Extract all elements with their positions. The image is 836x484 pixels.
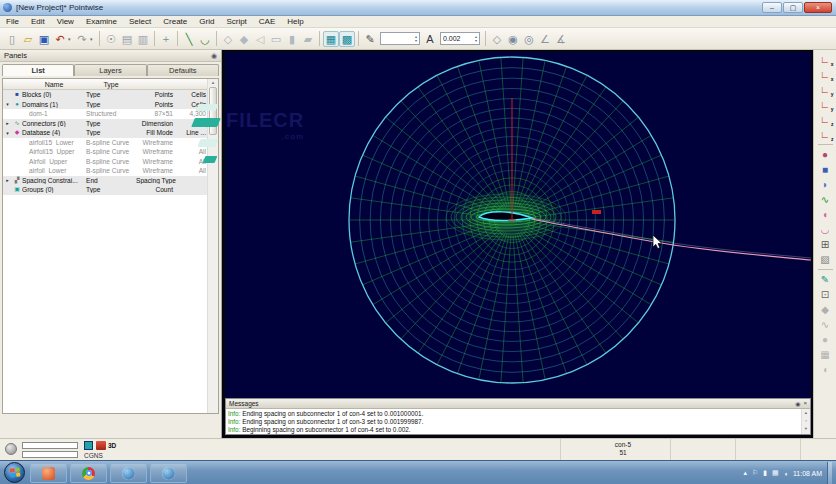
open-folder-icon[interactable]: ▱ — [20, 31, 36, 47]
rotate-diamond-solid-icon[interactable]: ◆ — [236, 31, 252, 47]
diamond-tool-icon[interactable]: ◇ — [489, 31, 505, 47]
tray-expand-icon[interactable]: ▴ — [743, 469, 747, 477]
solver-attributes-icon[interactable]: ● — [817, 147, 834, 162]
messages-pin-icon[interactable]: ◉ — [795, 400, 800, 407]
selection-mask-icon[interactable]: ▧ — [817, 252, 834, 267]
show-blocks-icon[interactable]: ■ — [817, 162, 834, 177]
close-button[interactable]: × — [804, 2, 832, 13]
blob-disabled-icon[interactable]: ● — [817, 332, 834, 347]
grid-disabled-icon[interactable]: ▦ — [817, 347, 834, 362]
menu-help[interactable]: Help — [281, 17, 309, 26]
menu-cae[interactable]: CAE — [253, 17, 281, 26]
menu-create[interactable]: Create — [157, 17, 193, 26]
create-curve-icon[interactable]: ◡ — [197, 31, 213, 47]
tab-defaults[interactable]: Defaults — [147, 64, 219, 76]
menu-select[interactable]: Select — [123, 17, 157, 26]
menu-edit[interactable]: Edit — [25, 17, 51, 26]
redo-icon-dropdown[interactable]: ▾ — [90, 36, 96, 42]
expand-toggle-icon[interactable]: ▸ — [3, 120, 12, 126]
show-domains-icon[interactable]: ◗ — [817, 177, 834, 192]
angle-measure-icon[interactable]: ∠ — [537, 31, 553, 47]
cone-icon[interactable]: ◁ — [252, 31, 268, 47]
cylinder-icon[interactable]: ▮ — [284, 31, 300, 47]
display-viewport[interactable]: FILECR .com — [225, 52, 811, 398]
orbit-center-icon[interactable]: ◉ — [505, 31, 521, 47]
messages-scrollbar[interactable]: ▴▫▾ — [801, 409, 810, 434]
expand-toggle-icon[interactable]: ▾ — [3, 101, 12, 107]
tree-row-airfoil-lower[interactable]: airfoil_LowerB-spline CurveWireframeAll — [3, 166, 218, 176]
taskbar-app-1[interactable] — [30, 463, 67, 483]
volume-icon[interactable]: ◖ — [784, 470, 788, 477]
view-plus-x-icon[interactable]: ∟x — [817, 52, 834, 67]
create-line-icon[interactable]: ╲ — [181, 31, 197, 47]
maximize-button[interactable]: ▢ — [783, 2, 803, 13]
prism-icon[interactable]: ▰ — [300, 31, 316, 47]
view-minus-x-icon[interactable]: ∟x — [817, 67, 834, 82]
connector-disabled-icon[interactable]: ∿ — [817, 317, 834, 332]
column-type[interactable]: Type — [86, 81, 136, 88]
tree-row-blocks-0-[interactable]: ■Blocks (0)TypePointsCells — [3, 90, 218, 100]
brush-icon[interactable]: ✎ — [362, 31, 378, 47]
rotate-diamond-icon[interactable]: ◇ — [220, 31, 236, 47]
panel-view-icon[interactable]: ▤ — [119, 31, 135, 47]
angle-measure2-icon[interactable]: ∡ — [553, 31, 569, 47]
move-tool-icon[interactable]: + — [158, 31, 174, 47]
paint-style-icon[interactable]: ✎ — [817, 272, 834, 287]
light-bulb-icon[interactable]: ☉ — [103, 31, 119, 47]
expand-toggle-icon[interactable]: ▾ — [3, 130, 12, 136]
taskbar-app-3[interactable] — [110, 463, 147, 483]
battery-icon[interactable]: ▮ — [763, 469, 767, 477]
undo-icon[interactable]: ↶ — [52, 31, 68, 47]
show-connectors-icon[interactable]: ∿ — [817, 192, 834, 207]
panel-view2-icon[interactable]: ▥ — [135, 31, 151, 47]
expand-toggle-icon[interactable]: ▸ — [3, 177, 12, 183]
box-icon[interactable]: ▭ — [268, 31, 284, 47]
tolerance-icon[interactable]: A — [422, 31, 438, 47]
orbit-axis-icon[interactable]: ◎ — [521, 31, 537, 47]
zoom-box-icon[interactable]: ⊡ — [817, 287, 834, 302]
tree-row-database-4-[interactable]: ▾◆Database (4)TypeFill ModeLine ... — [3, 128, 218, 138]
tree-row-connectors-6-[interactable]: ▸∿Connectors (6)TypeDimension — [3, 119, 218, 129]
view-minus-y-icon[interactable]: ∟y — [817, 97, 834, 112]
show-spacing-icon[interactable]: ⊞ — [817, 237, 834, 252]
view-plus-z-icon[interactable]: ∟z — [817, 112, 834, 127]
tree-scrollbar[interactable]: ▴ — [207, 79, 218, 413]
show-database-outline-icon[interactable]: ◡ — [817, 222, 834, 237]
taskbar-app-2[interactable] — [70, 463, 107, 483]
column-name[interactable]: Name — [22, 81, 86, 88]
redo-icon[interactable]: ↷ — [74, 31, 90, 47]
tab-layers[interactable]: Layers — [74, 64, 146, 76]
tree-row-groups-0-[interactable]: ▣Groups (0)TypeCount — [3, 185, 218, 195]
clock[interactable]: 11:08 AM — [793, 470, 822, 477]
start-button[interactable] — [4, 462, 25, 483]
show-desktop-button[interactable] — [827, 462, 832, 484]
dome-disabled-icon[interactable]: ◖ — [817, 362, 834, 377]
tab-list[interactable]: List — [2, 64, 74, 76]
minimize-button[interactable]: ‒ — [762, 2, 782, 13]
show-database-icon[interactable]: ◖ — [817, 207, 834, 222]
new-file-icon[interactable]: ▯ — [4, 31, 20, 47]
diamond-disabled-icon[interactable]: ◆ — [817, 302, 834, 317]
tree-row-spacing-constrai-[interactable]: ▸▞Spacing Constrai...EndSpacing Type — [3, 176, 218, 186]
tolerance-combo[interactable]: 0.002▴▾ — [440, 32, 480, 45]
menu-view[interactable]: View — [51, 17, 80, 26]
pin-icon[interactable]: ◉ — [211, 52, 217, 60]
menu-file[interactable]: File — [0, 17, 25, 26]
taskbar-app-4[interactable] — [150, 463, 187, 483]
unstructured-grid-icon[interactable]: ▩ — [339, 31, 355, 47]
tree-row-airfoil15-lower[interactable]: airfoil15_LowerB-spline CurveWireframeAl… — [3, 138, 218, 148]
action-center-flag-icon[interactable]: ⚐ — [752, 469, 758, 477]
menu-script[interactable]: Script — [220, 17, 252, 26]
structured-grid-icon[interactable]: ▦ — [323, 31, 339, 47]
messages-close-icon[interactable]: × — [803, 400, 807, 407]
view-plus-y-icon[interactable]: ∟y — [817, 82, 834, 97]
save-icon[interactable]: ▣ — [36, 31, 52, 47]
tree-row-domains-1-[interactable]: ▾●Domains (1)TypePointsCells — [3, 100, 218, 110]
menu-grid[interactable]: Grid — [193, 17, 220, 26]
tree-row-dom-1[interactable]: dom-1Structured87×514,300 — [3, 109, 218, 119]
scrollbar-thumb[interactable] — [209, 87, 217, 135]
network-icon[interactable]: ▦ — [772, 469, 779, 477]
tree-row-airfoil15-upper[interactable]: Airfoil15_UpperB-spline CurveWireframeAl… — [3, 147, 218, 157]
view-minus-z-icon[interactable]: ∟z — [817, 127, 834, 142]
menu-examine[interactable]: Examine — [80, 17, 123, 26]
